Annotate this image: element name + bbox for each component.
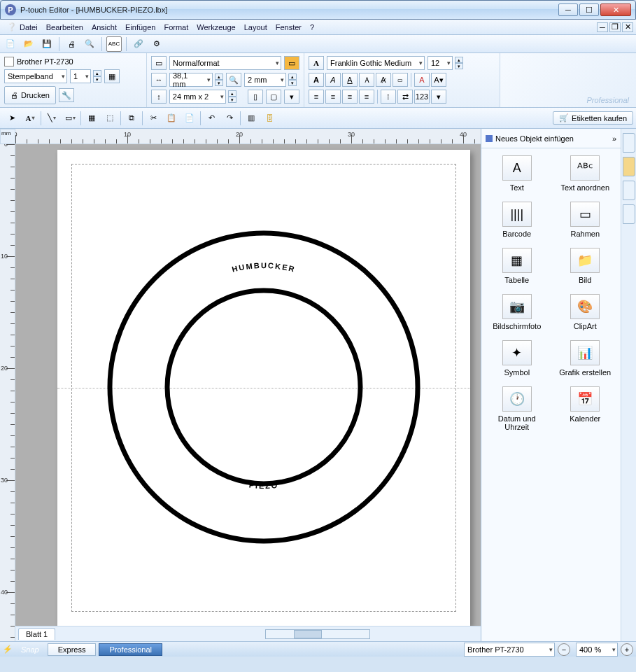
width-spinner[interactable]: ▴▾	[215, 74, 223, 86]
stamp-design[interactable]: HUMBUCKER PIEZO	[96, 219, 432, 556]
insert-grafik-erstellen[interactable]: 📊Grafik erstellen	[554, 340, 617, 377]
align-justify-button[interactable]: ≡	[359, 90, 374, 104]
frame-button[interactable]: ▭	[393, 73, 408, 87]
width-field[interactable]: 38,1 mm	[169, 73, 213, 87]
valign-button[interactable]: ⫶	[381, 90, 396, 104]
underline-button[interactable]: A	[342, 73, 358, 87]
open-icon[interactable]: 📂	[21, 36, 36, 52]
tape-combo[interactable]: 24 mm x 2	[169, 90, 227, 104]
insert-bild[interactable]: 📁Bild	[554, 248, 617, 284]
table-tool[interactable]: ▦	[83, 110, 101, 127]
cut-button[interactable]: ✂	[144, 110, 162, 127]
align-center-button[interactable]: ≡	[325, 90, 341, 104]
insert-clipart[interactable]: 🎨ClipArt	[554, 294, 617, 330]
database-button[interactable]: 🗄	[260, 110, 278, 127]
layout-opt1-button[interactable]: ▯	[248, 90, 263, 104]
print-icon[interactable]: 🖨	[64, 36, 79, 52]
format-extra-button[interactable]: ▭	[284, 56, 299, 70]
menu-format[interactable]: Format	[160, 22, 192, 33]
copies-field[interactable]: 1	[70, 69, 91, 83]
status-printer-combo[interactable]: Brother PT-2730	[464, 643, 555, 657]
undo-button[interactable]: ↶	[202, 110, 220, 127]
textmore-button[interactable]: ▾	[431, 90, 446, 104]
insert-symbol[interactable]: ✦Symbol	[486, 340, 549, 377]
snap-mode-button[interactable]: Snap	[15, 644, 45, 655]
zoom-combo[interactable]: 400 %	[576, 643, 618, 657]
rect-tool[interactable]: ▭	[61, 110, 79, 127]
stamp-text-top[interactable]: HUMBUCKER	[231, 261, 297, 274]
text-tool[interactable]: A	[21, 110, 39, 127]
font-combo[interactable]: Franklin Gothic Medium	[327, 56, 425, 70]
menu-einfuegen[interactable]: Einfügen	[121, 22, 160, 33]
margin-spinner[interactable]: ▴▾	[288, 74, 297, 86]
format-combo[interactable]: Normalformat	[169, 56, 281, 70]
menu-help[interactable]: ?	[306, 22, 318, 33]
insert-barcode[interactable]: ||||Barcode	[486, 202, 549, 238]
label-page[interactable]: HUMBUCKER PIEZO	[57, 150, 470, 626]
insert-text[interactable]: AText	[486, 155, 549, 192]
buy-labels-button[interactable]: 🛒 Etiketten kaufen	[553, 111, 633, 125]
arrange-tool[interactable]: ⬚	[101, 110, 119, 127]
mdi-minimize[interactable]: ─	[597, 22, 608, 32]
pointer-tool[interactable]: ➤	[3, 110, 21, 127]
insert-kalender[interactable]: 📅Kalender	[554, 386, 617, 431]
mdi-restore[interactable]: ❐	[609, 22, 621, 32]
canvas[interactable]: 24 mmx 2 HUMBUCKER	[15, 144, 481, 626]
layout-opt2-button[interactable]: ▢	[266, 90, 281, 104]
settings-icon[interactable]: ⚙	[149, 36, 164, 52]
menu-fenster[interactable]: Fenster	[271, 22, 306, 33]
zoom-fit-button[interactable]: 🔍	[226, 73, 241, 87]
maximize-button[interactable]: ☐	[579, 4, 599, 16]
menu-werkzeuge[interactable]: Werkzeuge	[192, 22, 239, 33]
insert-tabelle[interactable]: ▦Tabelle	[486, 248, 549, 284]
insert-rahmen[interactable]: ▭Rahmen	[554, 202, 617, 238]
media-combo[interactable]: Stempelband	[4, 69, 67, 83]
new-icon[interactable]: 📄	[3, 36, 18, 52]
print-button[interactable]: 🖨 Drucken	[4, 86, 56, 104]
side-tab-3[interactable]	[623, 181, 635, 200]
menu-ansicht[interactable]: Ansicht	[87, 22, 121, 33]
side-tab-4[interactable]	[623, 204, 635, 224]
orientation-button[interactable]: ▭	[151, 56, 167, 70]
side-tab-1[interactable]	[623, 133, 635, 153]
menu-bearbeiten[interactable]: Bearbeiten	[42, 22, 87, 33]
zoom-in-button[interactable]: +	[621, 643, 633, 656]
mdi-close[interactable]: ✕	[622, 22, 633, 32]
print-options-button[interactable]: 🔧	[59, 88, 74, 102]
layout-more-button[interactable]: ▾	[284, 90, 299, 104]
mode-professional-button[interactable]: Professional	[99, 643, 162, 656]
insert-datum-und-uhrzeit[interactable]: 🕐Datum und Uhrzeit	[486, 386, 549, 431]
group-tool[interactable]: ⧉	[122, 110, 141, 127]
paste-button[interactable]: 📄	[181, 110, 199, 127]
media-detail-button[interactable]: ▦	[104, 69, 120, 83]
outline-button[interactable]: Ａ	[359, 73, 374, 87]
copies-spinner[interactable]: ▴▾	[93, 70, 101, 83]
help-icon[interactable]: ❔	[3, 21, 15, 33]
horizontal-scrollbar[interactable]	[265, 629, 370, 639]
minimize-button[interactable]: ─	[558, 4, 578, 16]
mode-express-button[interactable]: Express	[48, 643, 97, 656]
copy-button[interactable]: 📋	[162, 110, 181, 127]
preview-icon[interactable]: 🔍	[82, 36, 97, 52]
zoom-out-button[interactable]: −	[558, 643, 570, 656]
line-tool[interactable]: ╲	[43, 110, 61, 127]
spacing-button[interactable]: ⇄	[397, 90, 413, 104]
fontcolor-button[interactable]: A	[414, 73, 430, 87]
save-icon[interactable]: 💾	[39, 36, 55, 52]
textframe-icon[interactable]: ABC	[106, 36, 122, 52]
page-button[interactable]: ▥	[242, 110, 260, 127]
fontsize-combo[interactable]: 12	[427, 56, 453, 70]
insert-text-anordnen[interactable]: ᴬᴮᶜText anordnen	[554, 155, 617, 192]
shadow-button[interactable]: A̷	[376, 73, 391, 87]
bold-button[interactable]: A	[309, 73, 324, 87]
italic-button[interactable]: A	[325, 73, 341, 87]
redo-button[interactable]: ↷	[220, 110, 239, 127]
sheet-tab-1[interactable]: Blatt 1	[18, 628, 55, 640]
menu-layout[interactable]: Layout	[240, 22, 271, 33]
stamp-text-bottom[interactable]: PIEZO	[248, 481, 278, 491]
fontsize-spinner[interactable]: ▴▾	[455, 57, 463, 69]
margin-field[interactable]: 2 mm	[244, 73, 286, 87]
align-left-button[interactable]: ≡	[309, 90, 324, 104]
connect-icon[interactable]: 🔗	[131, 36, 146, 52]
close-button[interactable]: ✕	[600, 4, 631, 16]
